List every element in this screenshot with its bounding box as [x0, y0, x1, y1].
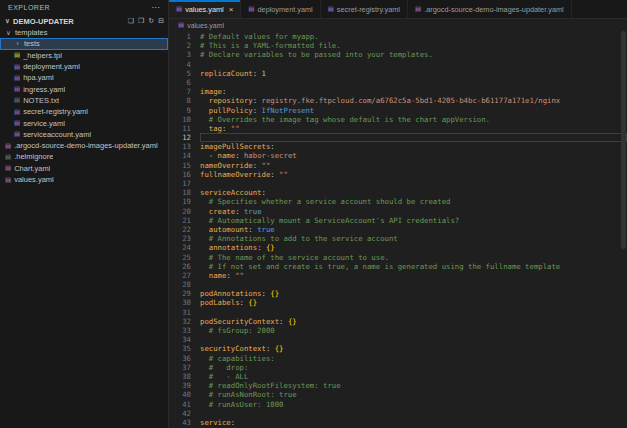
project-header[interactable]: ∨ DEMO-UPDATER ❏ ❐ ↻ ⊟: [0, 15, 168, 27]
tree-item-label: templates: [15, 28, 48, 37]
tree-item-ingress-yaml[interactable]: ▤ingress.yaml: [0, 83, 168, 94]
code-line[interactable]: 2# This is a YAML-formatted file.: [169, 41, 627, 50]
tree-item-argocd-source-demo-images-updater-yaml[interactable]: ▤.argocd-source-demo-images-updater.yaml: [0, 140, 168, 151]
new-folder-icon[interactable]: ❐: [138, 17, 144, 25]
tree-item-helmignore[interactable]: ▤.helmignore: [0, 151, 168, 162]
code-line[interactable]: 41 # runAsUser: 1000: [169, 400, 627, 409]
line-number: 5: [169, 69, 200, 78]
refresh-icon[interactable]: ↻: [148, 17, 154, 25]
tab-values-yaml[interactable]: ▤values.yaml×: [169, 0, 241, 18]
scrollbar-thumb[interactable]: [621, 31, 626, 249]
tree-item-templates[interactable]: ∨templates: [0, 27, 168, 38]
code-line[interactable]: 31: [169, 308, 627, 317]
code-line[interactable]: 43service:: [169, 418, 627, 427]
tab-deployment-yaml[interactable]: ▤deployment.yaml: [241, 0, 320, 18]
tab-secret-registry-yaml[interactable]: ▤secret-registry.yaml: [321, 0, 408, 18]
code-line[interactable]: 23 # Annotations to add to the service a…: [169, 234, 627, 243]
line-number: 37: [169, 363, 200, 372]
yaml-file-icon: ▤: [178, 21, 184, 29]
code-line[interactable]: 10 # Overrides the image tag whose defau…: [169, 115, 627, 124]
code-line[interactable]: 5replicaCount: 1: [169, 69, 627, 78]
code-line[interactable]: 29podAnnotations: {}: [169, 289, 627, 298]
line-number: 35: [169, 344, 200, 353]
code-line-text: [200, 60, 627, 69]
code-line[interactable]: 22 automount: true: [169, 225, 627, 234]
yaml-file-icon: ▤: [14, 130, 20, 138]
line-number: 26: [169, 262, 200, 271]
code-line[interactable]: 4: [169, 60, 627, 69]
code-line[interactable]: 20 create: true: [169, 207, 627, 216]
yaml-file-icon: ▤: [248, 5, 254, 13]
tree-item-deployment-yaml[interactable]: ▤deployment.yaml: [0, 61, 168, 72]
code-line[interactable]: 9 pullPolicy: IfNotPresent: [169, 106, 627, 115]
line-number: 23: [169, 234, 200, 243]
tab-bar: ▤values.yaml×▤deployment.yaml▤secret-reg…: [169, 0, 627, 19]
code-line[interactable]: 39 # readOnlyRootFilesystem: true: [169, 381, 627, 390]
line-number: 21: [169, 216, 200, 225]
code-line[interactable]: 18serviceAccount:: [169, 188, 627, 197]
tree-item-tests[interactable]: ›tests: [0, 38, 168, 49]
code-line[interactable]: 24 annotations: {}: [169, 243, 627, 252]
code-line[interactable]: 7image:: [169, 87, 627, 96]
new-file-icon[interactable]: ❏: [128, 17, 134, 25]
explorer-header: EXPLORER ⋯: [0, 0, 168, 15]
close-icon[interactable]: ×: [229, 5, 234, 14]
code-line[interactable]: 13imagePullSecrets:: [169, 142, 627, 151]
line-number: 24: [169, 243, 200, 252]
tree-item-notes-txt[interactable]: ▤NOTES.txt: [0, 95, 168, 106]
explorer-title: EXPLORER: [8, 4, 50, 11]
code-line[interactable]: 35securityContext: {}: [169, 344, 627, 353]
tree-item-serviceaccount-yaml[interactable]: ▤serviceaccount.yaml: [0, 129, 168, 140]
code-line[interactable]: 16fullnameOverride: "": [169, 170, 627, 179]
line-number: 13: [169, 142, 200, 151]
code-line[interactable]: 33 # fsGroup: 2000: [169, 326, 627, 335]
code-line[interactable]: 8 repository: registry.fke.ftpcloud.com/…: [169, 96, 627, 105]
line-number: 30: [169, 298, 200, 307]
code-line[interactable]: 27 name: "": [169, 271, 627, 280]
collapse-all-icon[interactable]: ⊟: [158, 17, 164, 25]
code-line[interactable]: 25 # The name of the service account to …: [169, 253, 627, 262]
code-line[interactable]: 19 # Specifies whether a service account…: [169, 197, 627, 206]
code-line-text: # drop:: [200, 363, 627, 372]
tree-item-helpers-tpl[interactable]: ▤_helpers.tpl: [0, 50, 168, 61]
code-line[interactable]: 40 # runAsNonRoot: true: [169, 390, 627, 399]
code-editor[interactable]: 1# Default values for myapp.2# This is a…: [169, 31, 627, 428]
code-line[interactable]: 26 # If not set and create is true, a na…: [169, 262, 627, 271]
code-line[interactable]: 15nameOverride: "": [169, 161, 627, 170]
code-line[interactable]: 38 # - ALL: [169, 372, 627, 381]
code-line-text: # Declare variables to be passed into yo…: [200, 50, 627, 59]
code-line[interactable]: 34: [169, 335, 627, 344]
code-line[interactable]: 11 tag: "": [169, 124, 627, 133]
code-line[interactable]: 12: [169, 133, 627, 142]
yaml-file-icon: ▤: [5, 142, 11, 150]
tree-item-chart-yaml[interactable]: ▤Chart.yaml: [0, 163, 168, 174]
more-actions-icon[interactable]: ⋯: [152, 3, 161, 12]
line-number: 1: [169, 32, 200, 41]
tree-item-service-yaml[interactable]: ▤service.yaml: [0, 117, 168, 128]
line-number: 25: [169, 253, 200, 262]
code-line[interactable]: 21 # Automatically mount a ServiceAccoun…: [169, 216, 627, 225]
line-number: 34: [169, 335, 200, 344]
breadcrumb[interactable]: ▤ values.yaml: [169, 19, 627, 31]
tab-argocd-source-demo-images-updater-yaml[interactable]: ▤.argocd-source-demo-images-updater.yaml: [408, 0, 572, 18]
code-line[interactable]: 30podLabels: {}: [169, 298, 627, 307]
code-line[interactable]: 42: [169, 409, 627, 418]
code-line[interactable]: 14 - name: habor-secret: [169, 151, 627, 160]
code-line[interactable]: 17: [169, 179, 627, 188]
code-line[interactable]: 3# Declare variables to be passed into y…: [169, 50, 627, 59]
tree-item-label: Chart.yaml: [14, 164, 50, 173]
tree-item-hpa-yaml[interactable]: ▤hpa.yaml: [0, 72, 168, 83]
code-line[interactable]: 28: [169, 280, 627, 289]
code-line[interactable]: 36 # capabilities:: [169, 354, 627, 363]
scrollbar[interactable]: [620, 31, 627, 428]
tree-item-values-yaml[interactable]: ▤values.yaml: [0, 174, 168, 185]
code-line-text: nameOverride: "": [200, 161, 627, 170]
tree-item-secret-registry-yaml[interactable]: ▤secret-registry.yaml: [0, 106, 168, 117]
code-line-text: securityContext: {}: [200, 344, 627, 353]
line-number: 22: [169, 225, 200, 234]
code-line[interactable]: 6: [169, 78, 627, 87]
code-line[interactable]: 37 # drop:: [169, 363, 627, 372]
code-line[interactable]: 1# Default values for myapp.: [169, 32, 627, 41]
code-line[interactable]: 32podSecurityContext: {}: [169, 317, 627, 326]
vscode-window: EXPLORER ⋯ ∨ DEMO-UPDATER ❏ ❐ ↻ ⊟ ∨templ…: [0, 0, 627, 428]
